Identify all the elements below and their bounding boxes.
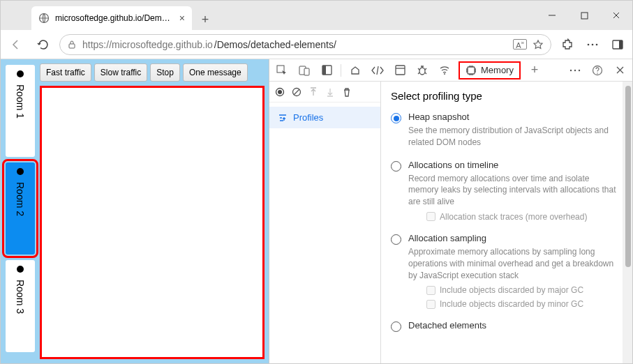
devtools-menu-icon[interactable]: [567, 62, 583, 79]
devtools-main: Select profiling type Heap snapshot See …: [381, 82, 632, 363]
menu-icon[interactable]: [583, 36, 602, 54]
svg-rect-7: [619, 40, 623, 49]
inspect-icon[interactable]: [274, 62, 290, 79]
detached-title: Detached elements: [408, 320, 486, 331]
timeline-title: Allocations on timeline: [408, 160, 620, 170]
refresh-button[interactable]: [33, 35, 52, 54]
svg-rect-2: [69, 44, 75, 48]
reading-mode-icon[interactable]: A»: [513, 39, 527, 50]
record-icon[interactable]: [275, 87, 285, 97]
option-allocations-timeline[interactable]: Allocations on timeline Record memory al…: [391, 160, 620, 222]
status-dot: [17, 168, 24, 175]
radio-timeline[interactable]: [391, 161, 401, 172]
sampling-major-checkbox[interactable]: Include objects discarded by major GC: [426, 285, 620, 295]
svg-point-18: [574, 69, 576, 70]
svg-rect-1: [581, 13, 588, 19]
favorite-icon[interactable]: [533, 39, 544, 50]
close-icon[interactable]: ×: [179, 13, 185, 24]
delete-icon[interactable]: [342, 87, 352, 97]
fast-traffic-button[interactable]: Fast traffic: [40, 63, 91, 82]
devtools-tabbar: Memory +: [269, 59, 632, 82]
download-icon[interactable]: [325, 87, 335, 97]
memory-tab[interactable]: Memory: [459, 61, 521, 79]
radio-detached[interactable]: [391, 321, 401, 332]
extensions-icon[interactable]: [558, 36, 576, 54]
dock-icon[interactable]: [318, 62, 335, 79]
room-1[interactable]: Room 1: [6, 65, 35, 157]
svg-point-3: [588, 43, 590, 45]
network-icon[interactable]: [436, 62, 453, 79]
room-2[interactable]: Room 2: [6, 162, 35, 255]
heap-title: Heap snapshot: [408, 112, 620, 122]
address-bar[interactable]: https://microsoftedge.github.io/Demos/de…: [59, 34, 551, 55]
sidebar-icon[interactable]: [609, 36, 627, 54]
back-button[interactable]: [6, 35, 26, 54]
slow-traffic-button[interactable]: Slow traffic: [94, 63, 147, 82]
close-window-button[interactable]: [600, 1, 632, 30]
sampling-title: Allocation sampling: [408, 233, 620, 243]
browser-tab[interactable]: microsoftedge.github.io/Demos/c ×: [31, 6, 192, 30]
devtools-sidebar: Profiles: [269, 82, 381, 363]
upload-icon[interactable]: [308, 87, 318, 97]
filter-icon: [278, 113, 288, 123]
timeline-desc: Record memory allocations over time and …: [408, 173, 620, 208]
profiles-label: Profiles: [293, 112, 323, 123]
lock-icon: [67, 40, 77, 50]
option-detached-elements[interactable]: Detached elements: [391, 320, 620, 333]
room-label: Room 1: [15, 84, 26, 119]
page-area: Room 1 Room 2 Room 3 Fast traffic Slow t…: [1, 59, 269, 363]
message-canvas: [40, 86, 265, 359]
window-controls: [536, 1, 632, 30]
svg-rect-12: [322, 66, 326, 75]
status-dot: [17, 70, 24, 77]
svg-rect-10: [304, 68, 309, 75]
close-devtools-icon[interactable]: [611, 62, 628, 79]
profiling-heading: Select profiling type: [391, 90, 620, 102]
svg-rect-16: [468, 67, 475, 74]
minimize-button[interactable]: [536, 1, 568, 30]
scrollbar-track[interactable]: [623, 82, 632, 363]
tab-title: microsoftedge.github.io/Demos/c: [55, 13, 174, 23]
room-3[interactable]: Room 3: [6, 260, 35, 352]
clear-icon[interactable]: [292, 87, 301, 97]
sampling-minor-checkbox[interactable]: Include objects discarded by minor GC: [426, 299, 620, 309]
heap-desc: See the memory distribution of JavaScrip…: [408, 125, 620, 149]
url-host: https://microsoftedge.github.io: [82, 39, 213, 50]
timeline-checkbox[interactable]: Allocation stack traces (more overhead): [426, 212, 620, 222]
profile-toolbar: [269, 82, 380, 103]
svg-point-5: [596, 43, 598, 45]
elements-icon[interactable]: [369, 62, 386, 79]
svg-point-4: [592, 43, 594, 45]
devtools-body: Profiles Select profiling type Heap snap…: [269, 82, 632, 363]
url-path: /Demos/detached-elements/: [214, 39, 336, 50]
svg-point-19: [579, 69, 580, 70]
svg-rect-13: [396, 66, 405, 75]
app-icon[interactable]: [392, 62, 408, 79]
page-column: Fast traffic Slow traffic Stop One messa…: [40, 59, 269, 363]
device-icon[interactable]: [296, 62, 313, 79]
bug-icon[interactable]: [414, 62, 431, 79]
scrollbar-thumb[interactable]: [625, 86, 631, 267]
memory-tab-label: Memory: [481, 65, 514, 75]
one-message-button[interactable]: One message: [183, 63, 248, 82]
help-icon[interactable]: [589, 62, 606, 79]
profiles-item[interactable]: Profiles: [269, 107, 380, 128]
svg-point-23: [278, 90, 282, 94]
window-titlebar: microsoftedge.github.io/Demos/c × +: [1, 1, 632, 30]
status-dot: [17, 266, 24, 273]
globe-icon: [38, 13, 50, 24]
more-tabs-button[interactable]: +: [526, 62, 543, 79]
radio-heap[interactable]: [391, 113, 401, 123]
option-heap-snapshot[interactable]: Heap snapshot See the memory distributio…: [391, 112, 620, 149]
stop-button[interactable]: Stop: [150, 63, 180, 82]
new-tab-button[interactable]: +: [195, 9, 216, 30]
room-label: Room 3: [15, 280, 26, 314]
main-content: Room 1 Room 2 Room 3 Fast traffic Slow t…: [1, 59, 632, 363]
welcome-icon[interactable]: [347, 62, 364, 79]
room-label: Room 2: [15, 182, 26, 216]
option-allocation-sampling[interactable]: Allocation sampling Approximate memory a…: [391, 233, 620, 309]
radio-sampling[interactable]: [391, 234, 401, 245]
maximize-button[interactable]: [568, 1, 600, 30]
room-list: Room 1 Room 2 Room 3: [1, 59, 40, 363]
svg-point-21: [597, 73, 598, 74]
